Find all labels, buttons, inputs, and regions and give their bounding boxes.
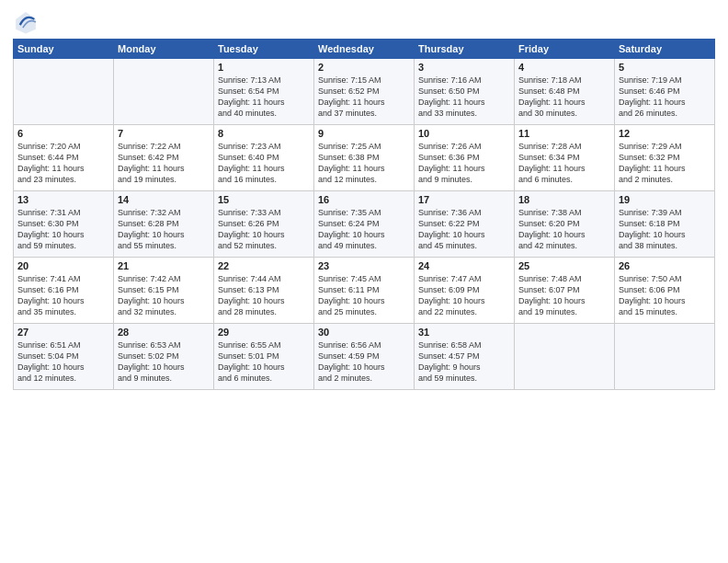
day-number: 13 — [17, 194, 109, 205]
header-row: SundayMondayTuesdayWednesdayThursdayFrid… — [14, 40, 715, 59]
day-number: 22 — [218, 260, 310, 271]
calendar-week-3: 20Sunrise: 7:41 AMSunset: 6:16 PMDayligh… — [14, 258, 715, 324]
cell-content: Sunrise: 7:39 AMSunset: 6:18 PMDaylight:… — [619, 207, 711, 252]
calendar-cell: 26Sunrise: 7:50 AMSunset: 6:06 PMDayligh… — [615, 258, 715, 324]
cell-content: Sunrise: 6:53 AMSunset: 5:02 PMDaylight:… — [118, 339, 210, 385]
day-number: 30 — [318, 327, 410, 338]
calendar-cell: 24Sunrise: 7:47 AMSunset: 6:09 PMDayligh… — [415, 258, 515, 324]
calendar-cell: 23Sunrise: 7:45 AMSunset: 6:11 PMDayligh… — [314, 258, 415, 324]
cell-content: Sunrise: 7:19 AMSunset: 6:46 PMDaylight:… — [619, 75, 711, 120]
cell-content: Sunrise: 7:32 AMSunset: 6:28 PMDaylight:… — [118, 207, 210, 252]
calendar-table: SundayMondayTuesdayWednesdayThursdayFrid… — [13, 39, 715, 390]
day-number: 1 — [218, 62, 310, 73]
day-number: 5 — [619, 62, 711, 73]
day-number: 27 — [17, 327, 109, 338]
calendar-cell: 25Sunrise: 7:48 AMSunset: 6:07 PMDayligh… — [515, 258, 615, 324]
day-number: 10 — [418, 128, 510, 139]
day-number: 6 — [17, 128, 109, 139]
day-number: 29 — [218, 327, 310, 338]
day-number: 12 — [619, 128, 711, 139]
logo-icon — [13, 9, 39, 35]
day-number: 16 — [318, 194, 410, 205]
col-header-friday: Friday — [515, 40, 615, 59]
calendar-cell: 11Sunrise: 7:28 AMSunset: 6:34 PMDayligh… — [515, 125, 615, 191]
col-header-tuesday: Tuesday — [214, 40, 314, 59]
cell-content: Sunrise: 6:55 AMSunset: 5:01 PMDaylight:… — [218, 339, 310, 385]
day-number: 2 — [318, 62, 410, 73]
logo — [13, 9, 42, 35]
calendar-week-1: 6Sunrise: 7:20 AMSunset: 6:44 PMDaylight… — [14, 125, 715, 191]
cell-content: Sunrise: 7:25 AMSunset: 6:38 PMDaylight:… — [318, 141, 410, 186]
day-number: 15 — [218, 194, 310, 205]
day-number: 3 — [418, 62, 510, 73]
day-number: 25 — [518, 260, 610, 271]
calendar-cell: 8Sunrise: 7:23 AMSunset: 6:40 PMDaylight… — [214, 125, 314, 191]
day-number: 20 — [17, 260, 109, 271]
calendar-cell: 17Sunrise: 7:36 AMSunset: 6:22 PMDayligh… — [415, 191, 515, 258]
day-number: 21 — [118, 260, 210, 271]
calendar-cell: 5Sunrise: 7:19 AMSunset: 6:46 PMDaylight… — [615, 59, 715, 125]
day-number: 14 — [118, 194, 210, 205]
day-number: 26 — [619, 260, 711, 271]
calendar-cell: 29Sunrise: 6:55 AMSunset: 5:01 PMDayligh… — [214, 324, 314, 390]
calendar-week-0: 1Sunrise: 7:13 AMSunset: 6:54 PMDaylight… — [14, 59, 715, 125]
cell-content: Sunrise: 7:15 AMSunset: 6:52 PMDaylight:… — [318, 75, 410, 120]
day-number: 18 — [518, 194, 610, 205]
cell-content: Sunrise: 7:50 AMSunset: 6:06 PMDaylight:… — [619, 273, 711, 318]
calendar-cell: 6Sunrise: 7:20 AMSunset: 6:44 PMDaylight… — [14, 125, 114, 191]
cell-content: Sunrise: 7:45 AMSunset: 6:11 PMDaylight:… — [318, 273, 410, 318]
page-container: SundayMondayTuesdayWednesdayThursdayFrid… — [0, 0, 728, 399]
calendar-cell: 1Sunrise: 7:13 AMSunset: 6:54 PMDaylight… — [214, 59, 314, 125]
calendar-cell: 28Sunrise: 6:53 AMSunset: 5:02 PMDayligh… — [114, 324, 214, 390]
day-number: 23 — [318, 260, 410, 271]
cell-content: Sunrise: 7:36 AMSunset: 6:22 PMDaylight:… — [418, 207, 510, 252]
col-header-sunday: Sunday — [14, 40, 114, 59]
cell-content: Sunrise: 7:23 AMSunset: 6:40 PMDaylight:… — [218, 141, 310, 186]
cell-content: Sunrise: 6:58 AMSunset: 4:57 PMDaylight:… — [418, 339, 510, 385]
calendar-cell: 4Sunrise: 7:18 AMSunset: 6:48 PMDaylight… — [515, 59, 615, 125]
cell-content: Sunrise: 7:20 AMSunset: 6:44 PMDaylight:… — [17, 141, 109, 186]
day-number: 7 — [118, 128, 210, 139]
cell-content: Sunrise: 6:56 AMSunset: 4:59 PMDaylight:… — [318, 339, 410, 385]
calendar-cell: 15Sunrise: 7:33 AMSunset: 6:26 PMDayligh… — [214, 191, 314, 258]
calendar-cell: 13Sunrise: 7:31 AMSunset: 6:30 PMDayligh… — [14, 191, 114, 258]
calendar-cell: 10Sunrise: 7:26 AMSunset: 6:36 PMDayligh… — [415, 125, 515, 191]
cell-content: Sunrise: 7:18 AMSunset: 6:48 PMDaylight:… — [518, 75, 610, 120]
calendar-cell — [114, 59, 214, 125]
calendar-cell: 12Sunrise: 7:29 AMSunset: 6:32 PMDayligh… — [615, 125, 715, 191]
day-number: 28 — [118, 327, 210, 338]
cell-content: Sunrise: 7:35 AMSunset: 6:24 PMDaylight:… — [318, 207, 410, 252]
calendar-cell — [14, 59, 114, 125]
calendar-cell: 7Sunrise: 7:22 AMSunset: 6:42 PMDaylight… — [114, 125, 214, 191]
calendar-cell: 2Sunrise: 7:15 AMSunset: 6:52 PMDaylight… — [314, 59, 415, 125]
day-number: 8 — [218, 128, 310, 139]
cell-content: Sunrise: 7:47 AMSunset: 6:09 PMDaylight:… — [418, 273, 510, 318]
calendar-cell: 20Sunrise: 7:41 AMSunset: 6:16 PMDayligh… — [14, 258, 114, 324]
cell-content: Sunrise: 7:42 AMSunset: 6:15 PMDaylight:… — [118, 273, 210, 318]
calendar-week-2: 13Sunrise: 7:31 AMSunset: 6:30 PMDayligh… — [14, 191, 715, 258]
col-header-monday: Monday — [114, 40, 214, 59]
calendar-cell — [615, 324, 715, 390]
cell-content: Sunrise: 7:33 AMSunset: 6:26 PMDaylight:… — [218, 207, 310, 252]
calendar-cell: 22Sunrise: 7:44 AMSunset: 6:13 PMDayligh… — [214, 258, 314, 324]
cell-content: Sunrise: 7:44 AMSunset: 6:13 PMDaylight:… — [218, 273, 310, 318]
cell-content: Sunrise: 7:41 AMSunset: 6:16 PMDaylight:… — [17, 273, 109, 318]
calendar-cell: 21Sunrise: 7:42 AMSunset: 6:15 PMDayligh… — [114, 258, 214, 324]
calendar-cell: 18Sunrise: 7:38 AMSunset: 6:20 PMDayligh… — [515, 191, 615, 258]
calendar-cell: 27Sunrise: 6:51 AMSunset: 5:04 PMDayligh… — [14, 324, 114, 390]
col-header-thursday: Thursday — [415, 40, 515, 59]
calendar-cell: 9Sunrise: 7:25 AMSunset: 6:38 PMDaylight… — [314, 125, 415, 191]
cell-content: Sunrise: 7:13 AMSunset: 6:54 PMDaylight:… — [218, 75, 310, 120]
calendar-week-4: 27Sunrise: 6:51 AMSunset: 5:04 PMDayligh… — [14, 324, 715, 390]
col-header-wednesday: Wednesday — [314, 40, 415, 59]
cell-content: Sunrise: 7:22 AMSunset: 6:42 PMDaylight:… — [118, 141, 210, 186]
cell-content: Sunrise: 7:48 AMSunset: 6:07 PMDaylight:… — [518, 273, 610, 318]
cell-content: Sunrise: 7:28 AMSunset: 6:34 PMDaylight:… — [518, 141, 610, 186]
cell-content: Sunrise: 7:29 AMSunset: 6:32 PMDaylight:… — [619, 141, 711, 186]
cell-content: Sunrise: 7:16 AMSunset: 6:50 PMDaylight:… — [418, 75, 510, 120]
calendar-cell: 31Sunrise: 6:58 AMSunset: 4:57 PMDayligh… — [415, 324, 515, 390]
calendar-cell — [515, 324, 615, 390]
calendar-cell: 3Sunrise: 7:16 AMSunset: 6:50 PMDaylight… — [415, 59, 515, 125]
day-number: 9 — [318, 128, 410, 139]
day-number: 11 — [518, 128, 610, 139]
